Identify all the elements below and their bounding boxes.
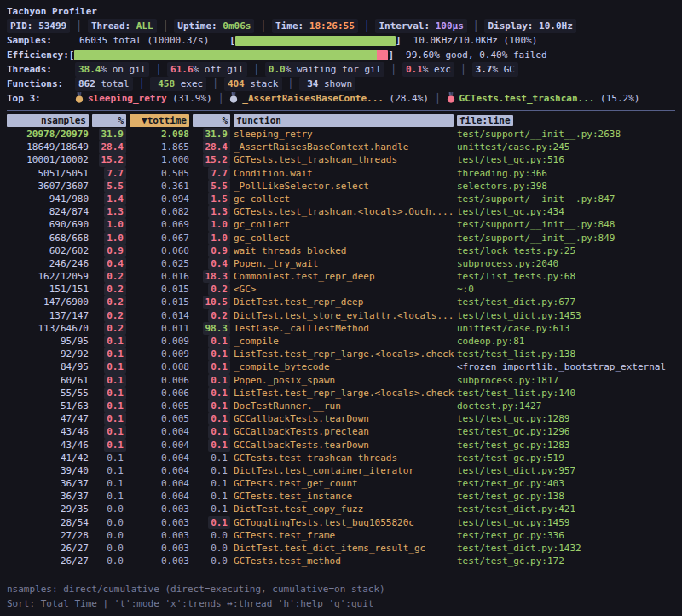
cell-tottime: 0.015 [130, 296, 189, 308]
cell-file-line: unittest/case.py:245 [457, 141, 675, 153]
status-item: Interval: 100µs [375, 19, 466, 33]
cell-function: DictTest.test_dict_items_result_gc [234, 542, 454, 555]
cell-cumulative-pct: 0.1 [193, 400, 230, 412]
status-line: PID: 53499│Thread: ALL│Uptime: 0m06s│Tim… [0, 19, 682, 33]
table-row: 51/630.10.0050.1DocTestRunner.__rundocte… [0, 400, 682, 412]
cell-direct-pct: 0.1 [92, 387, 126, 400]
cell-function: CommonTest.test_repr_deep [234, 270, 454, 283]
cell-cumulative-pct: 18.3 [193, 270, 230, 283]
separator: │ [247, 62, 265, 77]
cell-cumulative-pct: 0.0 [193, 555, 230, 567]
cell-file-line: codeop.py:81 [457, 335, 675, 348]
cell-cumulative-pct: 0.1 [193, 452, 230, 464]
separator: │ [212, 91, 230, 106]
cell-cumulative-pct: 0.1 [193, 360, 230, 373]
cell-direct-pct: 0.1 [92, 360, 126, 373]
threads-line: Threads:38.4% on gil│61.6% off gil│0.0% … [0, 62, 682, 77]
cell-file-line: threading.py:366 [457, 167, 675, 180]
cell-nsamples: 28/54 [7, 516, 89, 529]
cell-direct-pct: 0.1 [92, 348, 126, 360]
cell-tottime: 0.008 [130, 360, 189, 373]
cell-file-line: subprocess.py:2040 [457, 257, 675, 270]
cell-nsamples: 95/95 [7, 335, 89, 348]
table-row: 26/270.00.0030.0DictTest.test_dict_items… [0, 542, 682, 555]
table-row: 147/69000.20.01510.5DictTest.test_repr_d… [0, 296, 682, 308]
cell-nsamples: 92/92 [7, 348, 89, 360]
cell-direct-pct: 1.0 [92, 218, 126, 231]
cell-direct-pct: 1.3 [92, 205, 126, 218]
efficiency-line: Efficiency:[]99.60% good, 0.40% failed [0, 48, 682, 62]
cell-function: GCTests.test_instance [234, 490, 454, 503]
column-header-cumulative-pct[interactable]: % [193, 114, 230, 127]
cell-nsamples: 84/95 [7, 360, 89, 373]
top3-entry: sleeping_retry (31.9%) [75, 91, 212, 106]
cell-tottime: 0.003 [130, 542, 189, 555]
cell-tottime: 0.361 [130, 180, 189, 193]
cell-cumulative-pct: 98.3 [193, 322, 230, 335]
cell-function: gc_collect [234, 218, 454, 231]
table-header: nsamples % ▼tottime % function file:line [0, 113, 682, 127]
efficiency-summary: 99.60% good, 0.40% failed [406, 48, 547, 62]
gold-medal-icon [75, 92, 84, 103]
cell-nsamples: 941/980 [7, 193, 89, 205]
cell-cumulative-pct: 0.1 [193, 516, 230, 529]
cell-function: Popen._try_wait [234, 257, 454, 270]
cell-function: Condition.wait [234, 167, 454, 180]
cell-cumulative-pct: 0.1 [193, 503, 230, 515]
column-header-function[interactable]: function [234, 114, 454, 127]
cell-direct-pct: 0.1 [92, 477, 126, 490]
cell-nsamples: 51/63 [7, 400, 89, 412]
cell-cumulative-pct: 0.1 [193, 374, 230, 387]
samples-bar-open: [ [229, 33, 235, 48]
cell-tottime: 0.005 [130, 400, 189, 412]
cell-tottime: 0.004 [130, 425, 189, 438]
cell-direct-pct: 0.1 [92, 464, 126, 477]
cell-nsamples: 137/147 [7, 309, 89, 322]
table-row: 690/6901.00.0691.0gc_collecttest/support… [0, 218, 682, 231]
cell-tottime: 0.094 [130, 193, 189, 205]
footer-hint: nsamples: direct/cumulative (direct=exec… [0, 582, 682, 596]
cell-cumulative-pct: 0.1 [193, 490, 230, 503]
cell-tottime: 0.009 [130, 348, 189, 360]
cell-file-line: test/test_gc.py:1289 [457, 412, 675, 425]
cell-function: wait_threads_blocked [234, 245, 454, 257]
function-stat: 404 stack [224, 77, 282, 91]
status-item: Time: 18:26:55 [272, 19, 358, 33]
samples-line: Samples:66035 total (10000.3/s)[]10.0KHz… [0, 33, 682, 48]
column-header-tottime-sorted[interactable]: ▼tottime [130, 114, 189, 127]
column-header-nsamples[interactable]: nsamples [7, 114, 89, 127]
column-header-file-line[interactable]: file:line [457, 115, 513, 126]
cell-nsamples: 3607/3607 [7, 180, 89, 193]
table-row: 602/6020.90.0600.9wait_threads_blockedte… [0, 245, 682, 257]
cell-nsamples: 43/46 [7, 425, 89, 438]
function-stat: 34 shown [299, 77, 355, 91]
cell-file-line: doctest.py:1427 [457, 400, 675, 412]
cell-cumulative-pct: 5.5 [193, 180, 230, 193]
cell-nsamples: 26/27 [7, 555, 89, 567]
cell-tottime: 0.009 [130, 335, 189, 348]
table-row: 668/6681.00.0671.0gc_collecttest/support… [0, 232, 682, 245]
cell-direct-pct: 5.5 [92, 180, 126, 193]
cell-direct-pct: 0.0 [92, 516, 126, 529]
cell-direct-pct: 0.2 [92, 322, 126, 335]
samples-bar-close: ] [396, 33, 402, 48]
cell-tottime: 0.004 [130, 477, 189, 490]
cell-file-line: test/test_gc.py:172 [457, 555, 675, 567]
cell-direct-pct: 1.4 [92, 193, 126, 205]
cell-cumulative-pct: 0.1 [193, 348, 230, 360]
thread-stat: 61.6% off gil [167, 62, 247, 77]
table-body: 20978/2097931.92.09831.9sleeping_retryte… [0, 128, 682, 567]
cell-nsamples: 47/47 [7, 412, 89, 425]
table-row: 84/950.10.0080.1_compile_bytecode<frozen… [0, 360, 682, 373]
cell-cumulative-pct: 28.4 [193, 141, 230, 153]
separator: │ [467, 19, 485, 33]
cell-nsamples: 162/12059 [7, 270, 89, 283]
cell-function: _PollLikeSelector.select [234, 180, 454, 193]
footer-keys: Sort: Total Time | 't':mode 'x':trends ↔… [0, 596, 682, 611]
cell-nsamples: 246/246 [7, 257, 89, 270]
cell-function: GCTests.test_method [234, 555, 454, 567]
column-header-direct-pct[interactable]: % [92, 114, 126, 127]
cell-tottime: 0.003 [130, 516, 189, 529]
cell-cumulative-pct: 1.3 [193, 205, 230, 218]
cell-cumulative-pct: 0.2 [193, 309, 230, 322]
